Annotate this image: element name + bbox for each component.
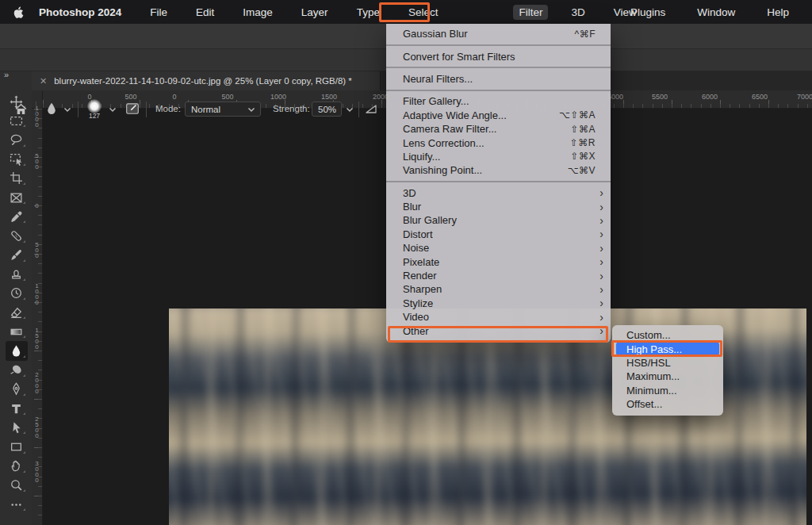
- eraser-tool[interactable]: [6, 303, 28, 322]
- menu-bar-right-items: PluginsWindowHelp: [625, 0, 795, 24]
- expand-panel-icon[interactable]: »: [4, 70, 9, 79]
- menu-item-shortcut: ⇧⌘A: [570, 124, 596, 135]
- submenu-item[interactable]: Minimum...: [612, 384, 723, 397]
- rectangle-tool[interactable]: [6, 437, 28, 456]
- tools-column: [3, 92, 29, 514]
- menu-item-label: High Pass...: [626, 343, 716, 355]
- submenu-item[interactable]: Offset...: [612, 397, 723, 411]
- history-brush-tool[interactable]: [6, 284, 28, 303]
- submenu-arrow-icon: [596, 242, 603, 255]
- chevron-down-icon: [247, 107, 255, 113]
- menu-bar-item[interactable]: Window: [691, 5, 741, 20]
- ruler-tick-label: 1500: [321, 93, 337, 101]
- filter-menu-item[interactable]: Render: [386, 269, 611, 282]
- type-tool[interactable]: [6, 399, 28, 418]
- menu-item-label: Video: [403, 311, 596, 323]
- menu-bar-item[interactable]: Layer: [296, 5, 334, 20]
- eyedropper-tool[interactable]: [6, 207, 28, 226]
- healing-brush-tool[interactable]: [6, 226, 28, 245]
- filter-menu-item[interactable]: Filter Gallery...: [386, 94, 611, 108]
- apple-logo-icon[interactable]: [13, 6, 24, 19]
- menu-bar-item[interactable]: Filter: [513, 5, 548, 20]
- filter-menu-item[interactable]: Blur: [386, 200, 611, 213]
- menu-bar-item[interactable]: Edit: [190, 5, 220, 20]
- options-separator: [78, 102, 79, 117]
- filter-menu-item[interactable]: 3D: [386, 186, 611, 200]
- filter-menu-item[interactable]: Lens Correction... ⇧⌘R: [386, 136, 611, 149]
- chevron-down-icon[interactable]: [63, 107, 71, 113]
- blur-tool[interactable]: [6, 341, 28, 360]
- strength-field[interactable]: 50%: [312, 102, 342, 117]
- menu-item-shortcut: ⇧⌘X: [570, 151, 596, 162]
- path-selection-tool[interactable]: [6, 418, 28, 437]
- submenu-item[interactable]: Maximum...: [612, 370, 723, 383]
- filter-menu-item[interactable]: Blur Gallery: [386, 213, 611, 227]
- crop-tool[interactable]: [6, 169, 28, 188]
- other-submenu: Custom... High Pass... HSB/HSL Maximum..…: [612, 325, 723, 416]
- filter-menu-item[interactable]: Video: [386, 310, 611, 324]
- filter-menu-item[interactable]: Convert for Smart Filters: [386, 49, 611, 63]
- menu-bar-item[interactable]: File: [144, 5, 173, 20]
- zoom-tool[interactable]: [6, 476, 28, 495]
- submenu-arrow-icon: [596, 186, 603, 199]
- hand-tool[interactable]: [6, 457, 28, 476]
- photoshop-window: 0500050010001500200025005000550060006500…: [0, 0, 812, 525]
- submenu-item[interactable]: HSB/HSL: [612, 356, 723, 370]
- home-icon[interactable]: [14, 102, 28, 116]
- menu-item-label: Lens Correction...: [403, 137, 570, 149]
- frame-tool[interactable]: [6, 188, 28, 207]
- ruler-tick-label: 500: [221, 93, 233, 101]
- ruler-tick-label: 500: [33, 152, 40, 169]
- filter-menu-item[interactable]: Stylize: [386, 297, 611, 310]
- chevron-down-icon[interactable]: [109, 107, 117, 113]
- tab-close-icon[interactable]: ✕: [40, 76, 47, 86]
- filter-menu-item[interactable]: [386, 181, 611, 182]
- filter-menu-item[interactable]: Vanishing Point... ⌥⌘V: [386, 163, 611, 177]
- blur-tool-option-icon[interactable]: [44, 102, 59, 116]
- chevron-down-icon[interactable]: [346, 107, 354, 113]
- brush-settings-toggle-icon[interactable]: [125, 102, 140, 116]
- submenu-item[interactable]: High Pass...: [616, 342, 719, 355]
- menu-bar-item[interactable]: Select: [403, 5, 444, 20]
- filter-menu-item[interactable]: Neural Filters...: [386, 72, 611, 86]
- menu-bar-item[interactable]: Plugins: [625, 5, 671, 20]
- menu-item-label: Blur Gallery: [403, 214, 596, 226]
- ruler-tick-label: 1000: [33, 105, 40, 127]
- ruler-tick-label: 3000: [33, 460, 40, 482]
- filter-menu-item[interactable]: Other: [386, 324, 611, 337]
- filter-menu-item[interactable]: Liquify... ⇧⌘X: [386, 150, 611, 163]
- filter-menu-item[interactable]: Adaptive Wide Angle... ⌥⇧⌘A: [386, 109, 611, 122]
- gradient-tool[interactable]: [6, 322, 28, 341]
- brush-tool[interactable]: [6, 246, 28, 265]
- pressure-angle-icon[interactable]: [365, 103, 377, 114]
- edit-toolbar-icon[interactable]: [6, 495, 28, 514]
- smudge-tool[interactable]: [6, 361, 28, 380]
- filter-menu-item[interactable]: Distort: [386, 228, 611, 241]
- filter-menu-item[interactable]: [386, 44, 611, 46]
- submenu-item[interactable]: Custom...: [612, 328, 723, 342]
- filter-menu-item[interactable]: Gaussian Blur ^⌘F: [386, 27, 611, 40]
- filter-menu-item[interactable]: Camera Raw Filter... ⇧⌘A: [386, 122, 611, 136]
- brush-size-value: 127: [87, 112, 102, 120]
- menu-item-label: Sharpen: [403, 283, 596, 295]
- lasso-tool[interactable]: [6, 130, 28, 149]
- mode-dropdown[interactable]: Normal: [185, 102, 261, 117]
- filter-menu-item[interactable]: Noise: [386, 241, 611, 255]
- menu-bar-item[interactable]: Help: [761, 5, 795, 20]
- object-selection-tool[interactable]: [6, 150, 28, 169]
- menu-bar-item[interactable]: Image: [237, 5, 278, 20]
- menu-item-label: Liquify...: [403, 151, 570, 163]
- filter-menu-item[interactable]: [386, 67, 611, 68]
- menu-item-label: Filter Gallery...: [403, 95, 596, 107]
- filter-menu-item[interactable]: [386, 90, 611, 91]
- menu-bar-item[interactable]: 3D: [565, 5, 590, 20]
- pen-tool[interactable]: [6, 380, 28, 399]
- menu-item-shortcut: ⌥⌘V: [568, 165, 596, 176]
- clone-stamp-tool[interactable]: [6, 265, 28, 284]
- menu-bar-item[interactable]: Photoshop 2024: [33, 5, 127, 20]
- filter-menu-item[interactable]: Sharpen: [386, 282, 611, 296]
- filter-menu-item[interactable]: Pixelate: [386, 255, 611, 268]
- menu-bar-item[interactable]: Type: [351, 5, 385, 20]
- menu-bar-items: Photoshop 2024FileEditImageLayerTypeSele…: [33, 0, 642, 24]
- document-tab[interactable]: ✕ blurry-water-2022-11-14-10-09-02-utc.j…: [32, 71, 381, 90]
